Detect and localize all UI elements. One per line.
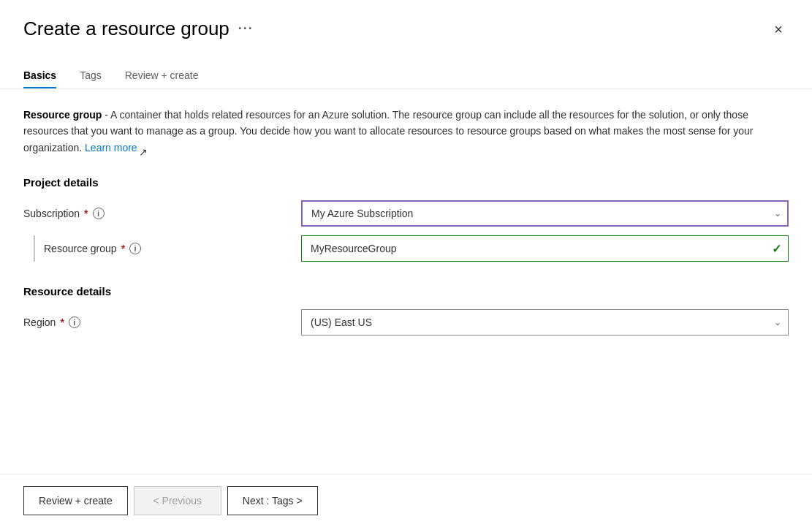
project-details-title: Project details: [23, 176, 789, 189]
resource-group-info-icon[interactable]: i: [129, 243, 141, 254]
dialog-header: Create a resource group ··· ×: [0, 0, 812, 40]
more-options-button[interactable]: ···: [238, 21, 254, 37]
resource-details-section: Resource details Region * i (US) East US…: [23, 285, 789, 335]
learn-more-link[interactable]: Learn more: [85, 142, 137, 153]
subscription-row: Subscription * i My Azure Subscription ⌄: [23, 200, 789, 227]
subscription-dropdown-wrapper: My Azure Subscription ⌄: [301, 200, 789, 227]
tab-basics[interactable]: Basics: [23, 64, 56, 88]
close-button[interactable]: ×: [768, 19, 789, 39]
subscription-label: Subscription * i: [23, 208, 301, 219]
description-bold: Resource group: [23, 109, 102, 121]
create-resource-group-dialog: Create a resource group ··· × Basics Tag…: [0, 0, 812, 527]
region-dropdown-wrapper: (US) East US ⌄: [301, 309, 789, 335]
dialog-title: Create a resource group: [23, 18, 229, 40]
resource-group-control: MyResourceGroup ✓: [301, 235, 789, 262]
resource-details-title: Resource details: [23, 285, 789, 297]
resource-group-label-text: Resource group: [44, 243, 117, 254]
resource-group-row: Resource group * i MyResourceGroup ✓: [23, 235, 789, 262]
project-details-section: Project details Subscription * i My Azur…: [23, 176, 789, 262]
resource-group-required-star: *: [121, 243, 125, 254]
tab-review-create[interactable]: Review + create: [125, 64, 199, 88]
region-dropdown[interactable]: (US) East US: [301, 309, 789, 335]
external-link-icon: ↗: [139, 144, 148, 153]
region-label: Region * i: [23, 316, 301, 328]
description-text: Resource group - A container that holds …: [23, 107, 789, 156]
dialog-footer: Review + create < Previous Next : Tags >: [0, 474, 812, 527]
review-create-button[interactable]: Review + create: [23, 486, 128, 515]
title-row: Create a resource group ···: [23, 18, 254, 40]
resource-group-dropdown[interactable]: MyResourceGroup: [301, 235, 789, 262]
region-label-text: Region: [23, 316, 56, 328]
region-info-icon[interactable]: i: [69, 316, 80, 328]
subscription-info-icon[interactable]: i: [93, 208, 105, 219]
region-control: (US) East US ⌄: [301, 309, 789, 335]
subscription-control: My Azure Subscription ⌄: [301, 200, 789, 227]
resource-group-label-wrapper: Resource group * i: [23, 235, 301, 262]
next-button[interactable]: Next : Tags >: [227, 486, 318, 515]
subscription-required-star: *: [84, 208, 88, 219]
subscription-dropdown[interactable]: My Azure Subscription: [301, 200, 789, 227]
tab-tags[interactable]: Tags: [80, 64, 102, 88]
tab-bar: Basics Tags Review + create: [0, 52, 812, 89]
subscription-label-text: Subscription: [23, 208, 80, 219]
resource-group-label: Resource group * i: [44, 243, 141, 254]
region-required-star: *: [60, 316, 64, 328]
dialog-content: Resource group - A container that holds …: [0, 89, 812, 474]
resource-group-dropdown-wrapper: MyResourceGroup ✓: [301, 235, 789, 262]
previous-button: < Previous: [134, 486, 221, 515]
indent-line: [34, 235, 35, 262]
region-row: Region * i (US) East US ⌄: [23, 309, 789, 335]
